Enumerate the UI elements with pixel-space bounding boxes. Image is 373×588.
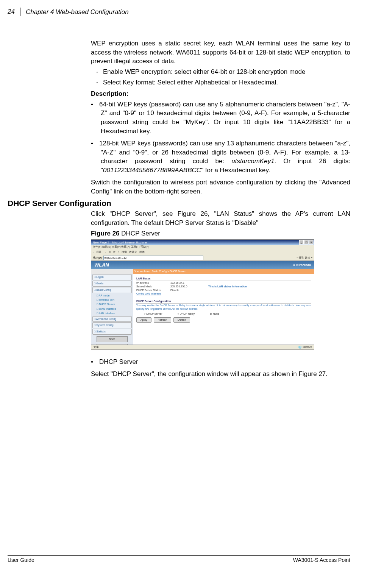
radio-dhcp-server[interactable]: ○ DHCP Server — [144, 312, 162, 316]
forward-icon[interactable]: → — [104, 250, 106, 254]
goto-links[interactable]: →转到 链接 » — [296, 256, 314, 260]
radio-none-label: None — [213, 312, 219, 315]
figure-caption: Figure 26 DHCP Server — [91, 229, 350, 238]
nav-logon-label: Logon — [96, 276, 103, 278]
footer-right: WA3001-S Access Point — [293, 557, 350, 564]
bullet-128bit: •128-bit WEP keys (passwords) can use an… — [101, 139, 350, 175]
wlan-brand: WLAN — [94, 262, 109, 268]
nav-system-config-label: System Config — [96, 324, 114, 326]
dhcp-section-heading: DHCP Server Configuration — [8, 198, 350, 209]
search-button[interactable]: 搜索 — [122, 250, 127, 254]
figure-caption-number: Figure 26 — [91, 230, 120, 237]
breadcrumb: You are here : Basic Config > DHCP Serve… — [133, 269, 314, 274]
radio-dhcp-server-label: DHCP Server — [146, 312, 162, 315]
dhcp-status-label: DHCP Server Status — [136, 289, 170, 292]
bullet-128bit-it2: 00112233445566778899AABBCC — [103, 167, 201, 174]
bullet-64bit: •64-bit WEP keys (password) can use any … — [101, 100, 350, 136]
description-heading: Description: — [91, 89, 350, 98]
radio-dhcp-relay[interactable]: ○ DHCP Relay — [177, 312, 195, 316]
chapter-title: Chapter 4 Web-based Configuration — [20, 8, 129, 17]
wlan-banner: WLAN UTStarcom — [91, 261, 314, 269]
subnet-value: 255.255.255.0 — [170, 285, 208, 289]
nav-lan-interface-label: LAN Interface — [99, 312, 115, 315]
refresh-icon[interactable]: ⟳ — [113, 250, 115, 254]
nav-wireless-port[interactable]: □ Wireless port — [91, 298, 133, 302]
favorites-button[interactable]: 收藏夹 — [129, 250, 137, 254]
nav-advanced-config-label: Advanced Config — [96, 318, 116, 320]
nav-system-config[interactable]: □ System Config — [92, 322, 132, 328]
nav-statistic[interactable]: □ Statistic — [92, 329, 132, 335]
radio-none[interactable]: ◉ None — [210, 312, 219, 316]
close-icon[interactable]: × — [309, 240, 314, 245]
dhcp-intro-paragraph: Click "DHCP Server", see Figure 26, "LAN… — [91, 209, 350, 228]
page-number: 24 — [8, 8, 20, 16]
nav-statistic-label: Statistic — [96, 330, 106, 333]
bullet-128bit-post: " for a Hexadecimal key. — [201, 167, 270, 174]
nav-wireless-port-label: Wireless port — [99, 298, 114, 301]
footer-left: User Guide — [8, 557, 34, 564]
lan-status-title: LAN Status — [136, 277, 311, 281]
ip-label: IP address — [136, 281, 170, 285]
status-left: 完毕 — [94, 345, 99, 349]
nav-lan-interface[interactable]: □ LAN Interface — [91, 311, 133, 316]
maximize-icon[interactable]: □ — [304, 240, 309, 245]
ie-titlebar: New Page 2 - Microsoft Internet Explorer… — [91, 240, 314, 245]
save-button[interactable]: Save — [97, 336, 128, 342]
figure-26-screenshot: New Page 2 - Microsoft Internet Explorer… — [91, 239, 314, 350]
dash-item-2-text: Select Key format: Select either Alphabe… — [103, 79, 278, 86]
nav-guide[interactable]: □ Guide — [92, 281, 132, 287]
config-lan-link[interactable]: Config LAN Interface — [136, 292, 170, 296]
window-buttons: _□× — [299, 240, 314, 245]
minimize-icon[interactable]: _ — [299, 240, 304, 245]
lan-note: This is LAN status information. — [208, 285, 247, 289]
ie-toolbar: ← 后退 → ✕ ⟳ ⌂ 搜索 收藏夹 媒体 — [91, 250, 314, 255]
nav-advanced-config[interactable]: □ Advanced Config — [92, 316, 132, 322]
nav-wan-interface-label: WAN Interface — [99, 307, 116, 310]
ie-addressbar: 地址(D) http://192.168.1.12 →转到 链接 » — [91, 255, 314, 261]
dash-item-1-text: Enable WEP encryption: select either 64-… — [103, 68, 306, 75]
dash-item-2: -Select Key format: Select either Alphab… — [105, 78, 350, 87]
media-button[interactable]: 媒体 — [139, 250, 145, 254]
utstarcom-logo: UTStarcom — [293, 263, 314, 268]
dhcp-conf-title: DHCP Server Configuration — [136, 299, 311, 304]
apply-button[interactable]: Apply — [136, 317, 151, 323]
ie-menubar: 文件(F) 编辑(E) 查看(V) 收藏(A) 工具(T) 帮助(H) — [91, 245, 314, 250]
back-button[interactable]: ← 后退 — [93, 250, 101, 254]
nav-basic-config-label: Basic Config — [96, 289, 111, 291]
nav-ap-mode-label: AP mode — [99, 294, 110, 297]
nav-dhcp-server-label: DHCP Server — [99, 303, 115, 306]
select-dhcp-paragraph: Select "DHCP Server", the configuration … — [91, 370, 350, 379]
dash-item-1: -Enable WEP encryption: select either 64… — [105, 67, 350, 76]
nav-logon[interactable]: □ Logon — [92, 274, 132, 280]
nav-wan-interface[interactable]: □ WAN Interface — [91, 307, 133, 311]
nav-basic-config[interactable]: □ Basic Config — [92, 287, 132, 293]
dhcp-hint: You may enable the DHCP Server or Relay … — [136, 304, 311, 310]
content-pane: LAN Status IP address 172.18.37.1 Subnet… — [133, 274, 314, 349]
ip-value: 172.18.37.1 — [170, 281, 208, 285]
bullet-64bit-text: 64-bit WEP keys (password) can use any 5… — [99, 101, 350, 135]
page-footer: User Guide WA3001-S Access Point — [8, 555, 350, 564]
nav-dhcp-server[interactable]: □ DHCP Server — [91, 302, 133, 307]
nav-ap-mode[interactable]: □ AP mode — [91, 293, 133, 298]
status-right: 🌐 Internet — [298, 345, 312, 349]
nav-guide-label: Guide — [96, 282, 103, 285]
address-label: 地址(D) — [93, 256, 102, 260]
bullet-dhcp-server: •DHCP Server — [101, 357, 350, 367]
address-input[interactable]: http://192.168.1.12 — [103, 256, 203, 260]
refresh-button[interactable]: Refresh — [154, 317, 172, 323]
switch-config-paragraph: Switch the configuration to wireless por… — [91, 178, 350, 196]
radio-dhcp-relay-label: DHCP Relay — [180, 312, 195, 315]
wep-intro-paragraph: WEP encryption uses a static secret key,… — [91, 39, 350, 66]
ie-statusbar: 完毕 🌐 Internet — [91, 345, 314, 349]
left-nav: □ Logon □ Guide □ Basic Config □ AP mode… — [91, 274, 133, 349]
figure-caption-text: DHCP Server — [120, 230, 160, 237]
bullet-dhcp-server-text: DHCP Server — [99, 358, 138, 365]
home-icon[interactable]: ⌂ — [118, 250, 119, 254]
default-button[interactable]: Default — [173, 317, 190, 323]
dhcp-status-value: Disable — [170, 289, 208, 292]
stop-icon[interactable]: ✕ — [109, 250, 111, 254]
subnet-label: Subnet Mask — [136, 285, 170, 289]
window-title: New Page 2 - Microsoft Internet Explorer — [93, 240, 148, 245]
bullet-128bit-it1: utstarcomKey1 — [231, 158, 274, 165]
